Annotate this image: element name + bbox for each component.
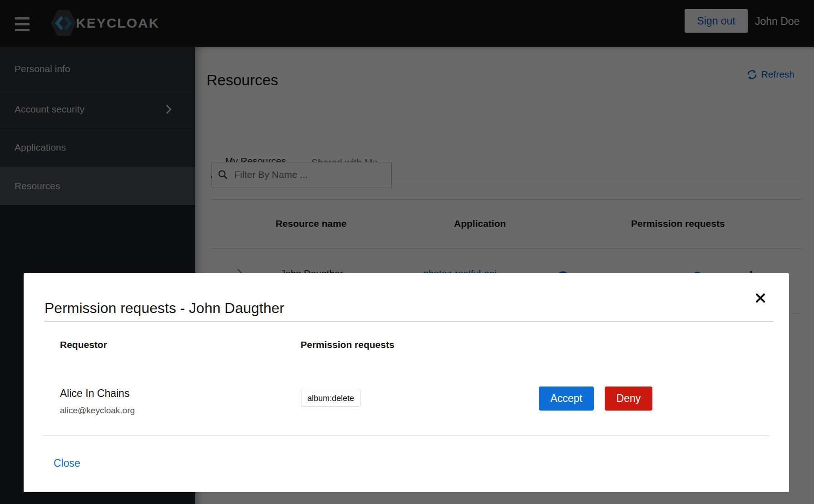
modal-footer-divider bbox=[43, 435, 770, 436]
keycloak-account-console: KEYCLOAK Sign out John Doe Personal info… bbox=[0, 0, 814, 504]
modal-title: Permission requests - John Daugther bbox=[44, 300, 284, 317]
requestor-name: Alice In Chains bbox=[60, 387, 129, 400]
close-link[interactable]: Close bbox=[54, 457, 80, 470]
accept-button[interactable]: Accept bbox=[539, 387, 594, 411]
close-icon[interactable] bbox=[755, 292, 766, 304]
modal-header-divider bbox=[44, 321, 774, 322]
modal-column-permission-requests: Permission requests bbox=[301, 339, 395, 350]
requestor-email: alice@keycloak.org bbox=[60, 406, 135, 416]
modal-column-requestor: Requestor bbox=[60, 339, 107, 350]
permission-requests-modal: Permission requests - John Daugther Requ… bbox=[24, 273, 789, 492]
permission-chip: album:delete bbox=[301, 390, 360, 407]
deny-button[interactable]: Deny bbox=[605, 387, 652, 411]
